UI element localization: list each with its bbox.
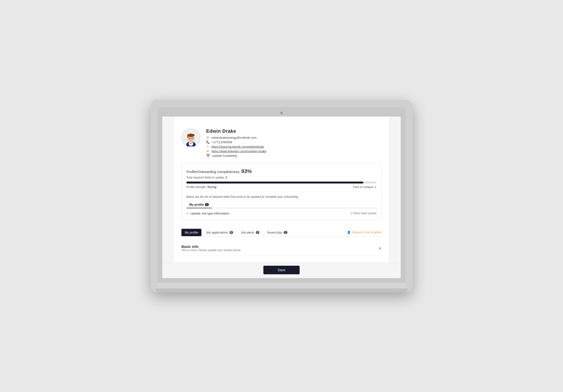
laptop-frame: Edwin Drake ✉ edwindrakeenergy@outlook.c… (150, 100, 413, 292)
request-forgotten-button[interactable]: 👤 Request to be forgotten (347, 231, 382, 234)
svg-point-14 (189, 138, 190, 139)
svg-point-5 (187, 133, 195, 137)
tab-saved-jobs[interactable]: Saved jobs 1 (264, 229, 291, 236)
required-fields-count: 2 (226, 176, 227, 179)
svg-point-8 (194, 138, 195, 139)
screen-bezel: Edwin Drake ✉ edwindrakeenergy@outlook.c… (158, 107, 405, 283)
svg-rect-6 (187, 135, 188, 138)
laptop-bottom (155, 289, 408, 292)
tab-saved-jobs-badge: 1 (284, 231, 287, 234)
update-job-row: + Update Job type information 2 fields n… (186, 212, 377, 215)
plus-icon: + (186, 212, 188, 215)
basic-info-text: Basic info Tell us more. Please update y… (181, 244, 241, 252)
person-icon: 👤 (347, 231, 351, 234)
basic-info-chevron-icon[interactable]: ∧ (379, 246, 382, 251)
tab-my-profile[interactable]: My profile (181, 229, 201, 236)
svg-point-16 (191, 139, 192, 140)
profile-header: Edwin Drake ✉ edwindrakeenergy@outlook.c… (181, 124, 382, 163)
profile-strength-label: Profile strength: Strong (186, 185, 217, 189)
request-forgotten-label: Request to be forgotten (352, 231, 382, 234)
small-tab-my-profile[interactable]: My profile 2 (186, 201, 212, 208)
collapse-button[interactable]: Click to collapse ∧ (353, 185, 377, 189)
required-fields-text: Total required fields to update: 2 (186, 176, 377, 179)
tab-job-alerts-label: Job alerts (241, 231, 254, 234)
svg-point-7 (187, 138, 188, 139)
main-tabs: My profile Job applications 8 Job alerts… (181, 225, 382, 236)
small-tab-my-profile-badge: 2 (205, 203, 209, 206)
tab-job-applications-label: Job applications (206, 231, 228, 234)
tab-my-profile-label: My profile (185, 231, 198, 234)
profile-info: Edwin Drake ✉ edwindrakeenergy@outlook.c… (206, 128, 382, 158)
calendar-icon: 📅 (206, 154, 210, 158)
tab-job-applications[interactable]: Job applications 8 (202, 229, 236, 236)
small-tab-my-profile-label: My profile (189, 203, 204, 206)
avatar (181, 128, 201, 148)
completeness-card: Profile/Onboarding completeness: 93% Tot… (181, 163, 382, 220)
profile-strength-value: Strong (207, 185, 217, 189)
save-bar: Save (162, 263, 401, 278)
profile-phone: +17711090558 (211, 140, 232, 144)
completeness-percentage: 93% (241, 168, 252, 174)
svg-point-15 (192, 138, 193, 139)
laptop-base (158, 283, 405, 289)
webcam (280, 112, 283, 114)
profile-linkedin-link[interactable]: https://www.linkedin.com/in/edwin-drake (211, 149, 267, 153)
profile-name: Edwin Drake (206, 128, 382, 134)
facebook-icon: f (206, 145, 209, 148)
chevron-up-icon: ∧ (374, 185, 377, 189)
profile-facebook-row: f https://www.facebook.com/edwindrake (206, 145, 382, 149)
profile-facebook-link[interactable]: https://www.facebook.com/edwindrake (211, 145, 264, 149)
profile-phone-row: 📞 +17711090558 (206, 140, 382, 144)
profile-email: edwindrakeenergy@outlook.com (211, 136, 257, 139)
tab-job-alerts[interactable]: Job alerts 6 (237, 229, 263, 236)
basic-info-title: Basic info (181, 244, 241, 249)
profile-email-row: ✉ edwindrakeenergy@outlook.com (206, 136, 382, 139)
completeness-title: Profile/Onboarding completeness: 93% (186, 168, 377, 175)
linkedin-icon: in (206, 149, 209, 153)
availability-label: Update Availability (212, 154, 237, 158)
profile-linkedin-row: in https://www.linkedin.com/in/edwin-dra… (206, 149, 382, 153)
tab-saved-jobs-label: Saved jobs (267, 231, 282, 234)
progress-bar-fill (186, 182, 363, 183)
phone-icon: 📞 (206, 140, 209, 144)
progress-bar-bg (186, 182, 377, 183)
tab-job-applications-badge: 8 (230, 231, 233, 234)
email-icon: ✉ (206, 136, 209, 139)
save-button[interactable]: Save (263, 266, 300, 274)
basic-info-section: Basic info Tell us more. Please update y… (181, 241, 382, 255)
fields-need-update: 2 fields need update (351, 212, 377, 215)
availability-link[interactable]: 📅 Update Availability (206, 154, 382, 158)
update-job-label: + Update Job type information (186, 212, 229, 215)
small-tabs: My profile 2 (186, 201, 377, 208)
profile-strength-row: Profile strength: Strong Click to collap… (186, 185, 377, 192)
laptop-screen: Edwin Drake ✉ edwindrakeenergy@outlook.c… (162, 116, 401, 278)
tab-job-alerts-badge: 6 (256, 231, 260, 234)
basic-info-subtitle: Tell us more. Please update your details… (181, 249, 241, 252)
onboarding-text: Below are the list of required fields th… (186, 195, 377, 199)
